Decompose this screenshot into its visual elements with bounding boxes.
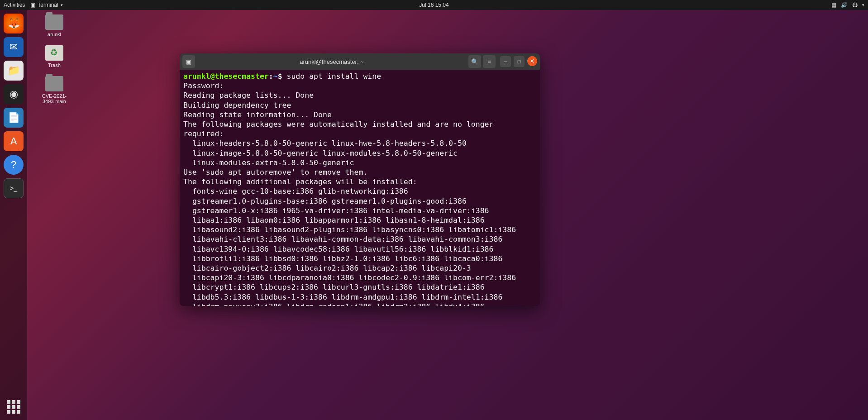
terminal-output: Password: Reading package lists... Done … [183,81,536,306]
dock-rhythmbox[interactable]: ◉ [4,84,24,104]
terminal-icon: ▣ [30,2,35,8]
folder-icon [45,76,63,91]
terminal-window: ▣ arunkl@thesecmaster: ~ 🔍 ≡ ─ □ ✕ arunk… [180,53,540,306]
dock: 🦊 ✉ 📁 ◉ 📄 A ? >_ [0,10,27,420]
app-menu-label: Terminal [38,2,58,8]
prompt-sym: $ [278,72,282,81]
show-applications-button[interactable] [7,400,20,414]
datetime-label[interactable]: Jul 16 15:04 [419,2,448,8]
activities-button[interactable]: Activities [4,2,25,8]
dock-files[interactable]: 📁 [4,61,24,81]
new-tab-button[interactable]: ▣ [182,55,195,68]
prompt-path: ~ [273,72,278,81]
maximize-button[interactable]: □ [514,56,525,67]
volume-icon[interactable]: 🔊 [841,2,848,8]
minimize-button[interactable]: ─ [500,56,511,67]
dock-software[interactable]: A [4,131,24,151]
dock-thunderbird[interactable]: ✉ [4,37,24,57]
chevron-down-icon: ▾ [61,3,63,7]
desktop-icon-cve[interactable]: CVE-2021-3493-main [36,76,72,104]
desktop-icon-home[interactable]: arunkl [36,14,72,37]
folder-icon [45,14,63,30]
search-button[interactable]: 🔍 [468,55,481,68]
dock-terminal[interactable]: >_ [4,178,24,198]
network-icon[interactable]: ▤ [831,2,836,8]
desktop-icon-label: arunkl [48,32,61,37]
prompt-line: arunkl@thesecmaster:~$ sudo apt install … [183,72,536,81]
terminal-title: arunkl@thesecmaster: ~ [197,58,467,65]
terminal-titlebar[interactable]: ▣ arunkl@thesecmaster: ~ 🔍 ≡ ─ □ ✕ [180,53,540,70]
desktop-icon-label: CVE-2021-3493-main [36,93,72,104]
command-text: sudo apt install wine [287,72,382,81]
chevron-down-icon[interactable]: ▾ [862,3,864,7]
dock-writer[interactable]: 📄 [4,108,24,128]
trash-icon: ♻ [45,45,63,61]
desktop-icon-trash[interactable]: ♻ Trash [36,45,72,68]
top-bar: Activities ▣ Terminal ▾ Jul 16 15:04 ▤ 🔊… [0,0,868,10]
prompt-sep: : [269,72,273,81]
dock-help[interactable]: ? [4,155,24,175]
prompt-user: arunkl@thesecmaster [183,72,269,81]
hamburger-icon: ≡ [487,58,491,65]
dock-firefox[interactable]: 🦊 [4,14,24,33]
close-button[interactable]: ✕ [527,56,537,66]
desktop-icon-label: Trash [48,62,61,68]
hamburger-menu-button[interactable]: ≡ [483,55,496,68]
app-menu[interactable]: ▣ Terminal ▾ [30,2,62,8]
desktop-icons: arunkl ♻ Trash CVE-2021-3493-main [36,14,72,104]
terminal-body[interactable]: arunkl@thesecmaster:~$ sudo apt install … [180,70,540,306]
power-icon[interactable]: ⏻ [852,2,858,8]
search-icon: 🔍 [471,58,478,65]
